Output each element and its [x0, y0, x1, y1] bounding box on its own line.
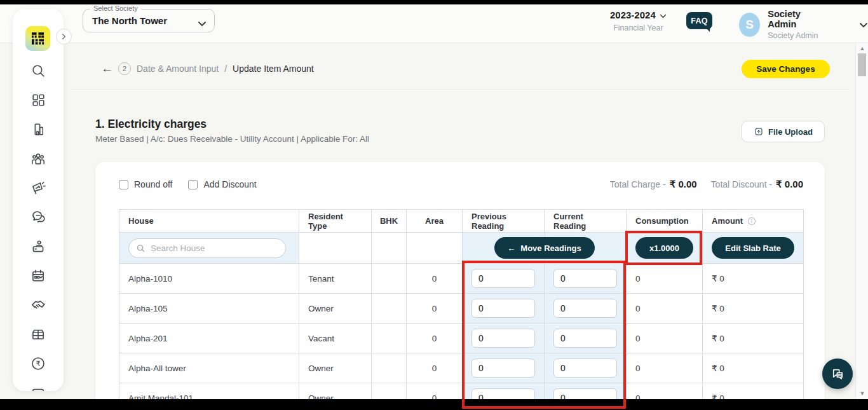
- bottom-black-bar: [0, 399, 868, 410]
- area-cell: 0: [407, 353, 463, 383]
- table-body: Alpha-1010 Tenant 0 0 ₹ 0 Alpha-105 Owne…: [119, 264, 803, 410]
- col-header-house: House: [119, 210, 299, 233]
- breadcrumb-parent[interactable]: Date & Amount Input: [137, 64, 219, 74]
- announcement-megaphone-icon[interactable]: [30, 179, 47, 196]
- save-changes-button[interactable]: Save Changes: [742, 60, 830, 78]
- info-icon[interactable]: [747, 217, 756, 226]
- table-control-row: ← Move Readings x1.0000 Edit Slab Rate: [119, 233, 803, 264]
- breadcrumb-step-badge: 2: [118, 62, 131, 75]
- device-partial-icon[interactable]: [30, 384, 47, 391]
- move-readings-button[interactable]: ← Move Readings: [494, 237, 595, 259]
- scrollbar-thumb[interactable]: [858, 53, 866, 76]
- current-reading-input[interactable]: [553, 299, 617, 318]
- rupee-coin-icon[interactable]: ₹: [30, 355, 47, 372]
- charges-table: House Resident Type BHK Area Previous Re…: [119, 209, 804, 410]
- residents-people-icon[interactable]: [30, 150, 47, 167]
- sidebar: ₹: [13, 10, 64, 391]
- breadcrumb-current: Update Item Amount: [233, 64, 314, 74]
- table-row: Alpha-All tower Owner 0 0 ₹ 0: [119, 353, 803, 383]
- chat-bubbles-icon: [830, 366, 846, 382]
- breadcrumb-separator: /: [224, 64, 227, 74]
- search-house-input[interactable]: [151, 243, 278, 253]
- move-readings-cell: ← Move Readings: [463, 233, 627, 264]
- scroll-down-arrow[interactable]: ▼: [856, 390, 868, 397]
- round-off-checkbox[interactable]: [119, 180, 128, 189]
- search-house-field[interactable]: [128, 238, 286, 258]
- chevron-down-icon: [660, 10, 667, 20]
- col-header-amount: Amount: [703, 210, 803, 233]
- charges-panel: Round off Add Discount Total Charge -₹ 0…: [95, 162, 825, 410]
- scrollbar[interactable]: ▲ ▼: [855, 43, 868, 410]
- round-off-label: Round off: [134, 179, 172, 189]
- user-menu[interactable]: S Society Admin Society Admin: [739, 9, 868, 40]
- amount-cell: ₹ 0: [703, 353, 803, 383]
- current-reading-input[interactable]: [553, 359, 617, 378]
- society-select[interactable]: Select Society The North Tower: [83, 9, 215, 32]
- chat-messages-icon[interactable]: [30, 208, 47, 226]
- bhk-cell: [372, 294, 407, 324]
- previous-reading-input[interactable]: [471, 329, 535, 348]
- previous-reading-input[interactable]: [471, 359, 535, 378]
- col-header-current-reading: Current Reading: [545, 210, 627, 233]
- bhk-cell: [372, 324, 407, 353]
- edit-slab-rate-cell: Edit Slab Rate: [703, 233, 803, 264]
- search-icon: [136, 243, 146, 253]
- previous-reading-input[interactable]: [471, 269, 535, 288]
- calendar-booking-icon[interactable]: [30, 267, 47, 284]
- empty-cell: [407, 233, 463, 264]
- financial-year-label: Financial Year: [610, 24, 667, 32]
- chevron-down-icon: [198, 18, 207, 29]
- table-row: Alpha-1010 Tenant 0 0 ₹ 0: [119, 264, 803, 294]
- breadcrumb: 2 Date & Amount Input / Update Item Amou…: [118, 62, 314, 75]
- faq-button[interactable]: FAQ: [686, 12, 712, 29]
- edit-slab-rate-button[interactable]: Edit Slab Rate: [712, 237, 794, 259]
- section-subtitle: Meter Based | A/c: Dues Receivable - Uti…: [95, 134, 369, 144]
- file-upload-button[interactable]: File Upload: [742, 121, 825, 142]
- col-header-previous-reading: Previous Reading: [463, 210, 545, 233]
- col-header-area: Area: [407, 210, 463, 233]
- col-header-consumption: Consumption: [627, 210, 703, 233]
- empty-cell: [299, 233, 372, 264]
- current-reading-input[interactable]: [553, 329, 617, 348]
- previous-reading-cell: [463, 264, 545, 294]
- handshake-vendors-icon[interactable]: [30, 296, 47, 313]
- chevron-down-icon: [859, 19, 868, 31]
- house-cell: Alpha-201: [119, 324, 299, 353]
- scroll-up-arrow[interactable]: ▲: [856, 45, 868, 51]
- financial-year-select[interactable]: 2023-2024 Financial Year: [610, 10, 667, 32]
- back-arrow-icon[interactable]: ←: [101, 62, 113, 76]
- chat-support-button[interactable]: [822, 359, 853, 389]
- divider: [71, 89, 849, 90]
- amount-cell: ₹ 0: [703, 324, 803, 353]
- previous-reading-cell: [463, 353, 545, 383]
- sidebar-expand-button[interactable]: [56, 29, 72, 44]
- multiplier-cell: x1.0000: [627, 233, 703, 264]
- round-off-option: Round off: [119, 179, 172, 189]
- consumption-cell: 0: [627, 264, 703, 294]
- society-select-value: The North Tower: [92, 15, 167, 26]
- left-arrow-icon: ←: [507, 243, 515, 253]
- house-cell: Alpha-1010: [119, 264, 299, 294]
- house-cell: Alpha-105: [119, 294, 299, 324]
- svg-text:₹: ₹: [36, 360, 40, 367]
- building-icon[interactable]: [30, 121, 47, 138]
- amount-cell: ₹ 0: [703, 294, 803, 324]
- front-desk-icon[interactable]: [30, 238, 47, 255]
- previous-reading-input[interactable]: [471, 299, 535, 318]
- financial-year-value: 2023-2024: [610, 10, 656, 20]
- top-black-bar: [0, 0, 868, 4]
- add-discount-checkbox[interactable]: [188, 180, 198, 189]
- current-reading-cell: [545, 324, 627, 353]
- app-logo[interactable]: [25, 26, 50, 51]
- total-charge: Total Charge -₹ 0.00: [610, 179, 697, 190]
- search-icon[interactable]: [30, 62, 47, 79]
- multiplier-button[interactable]: x1.0000: [635, 237, 693, 259]
- consumption-cell: 0: [627, 353, 703, 383]
- dashboard-grid-icon[interactable]: [30, 92, 47, 109]
- current-reading-cell: [545, 294, 627, 324]
- resident-type-cell: Owner: [299, 294, 372, 324]
- current-reading-input[interactable]: [553, 269, 617, 288]
- amount-cell: ₹ 0: [703, 264, 803, 294]
- storage-box-icon[interactable]: [30, 325, 47, 343]
- area-cell: 0: [407, 264, 463, 294]
